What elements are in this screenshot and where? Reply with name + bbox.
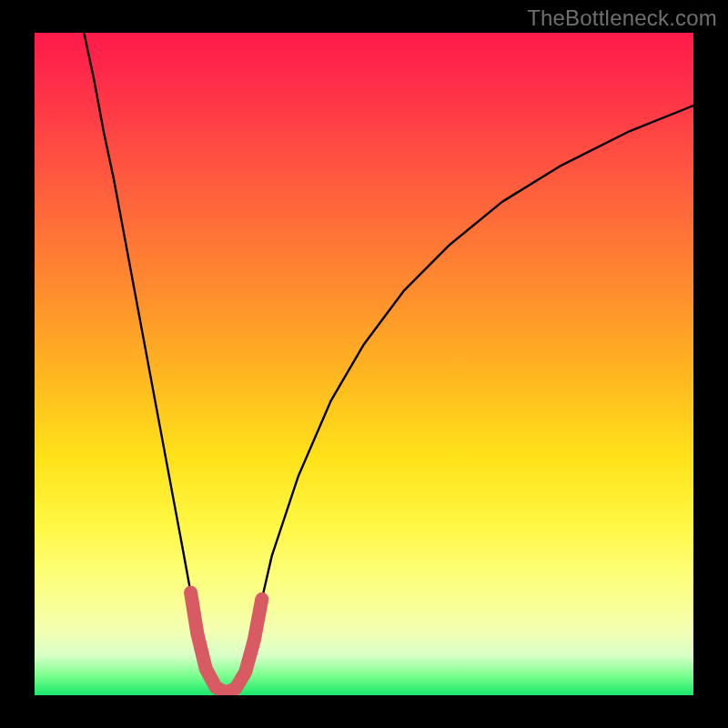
highlight-segment (191, 592, 262, 693)
chart-frame: TheBottleneck.com (0, 0, 728, 728)
bottleneck-curve (84, 33, 693, 693)
curve-layer (35, 33, 693, 695)
plot-area (35, 33, 693, 695)
watermark-text: TheBottleneck.com (527, 5, 717, 31)
